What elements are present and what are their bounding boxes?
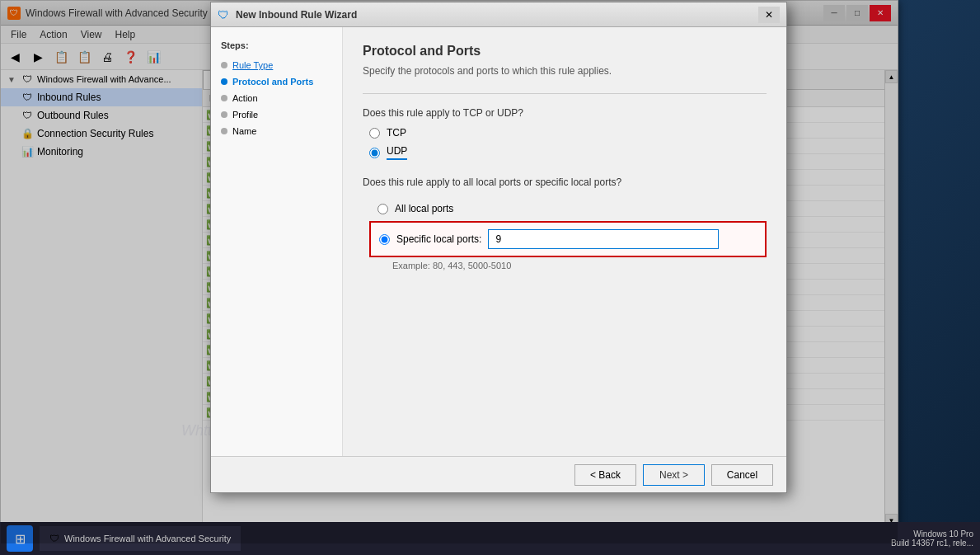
dialog-main-content: Protocol and Ports Specify the protocols… — [343, 27, 786, 456]
protocol-question: Does this rule apply to TCP or UDP? — [363, 107, 767, 119]
dialog-footer: < Back Next > Cancel — [211, 456, 786, 492]
radio-udp[interactable]: UDP — [369, 145, 767, 160]
radio-specific-ports[interactable] — [379, 234, 390, 245]
step-bullet-action — [221, 95, 227, 101]
new-inbound-rule-dialog: 🛡 New Inbound Rule Wizard ✕ Steps: Rule … — [210, 2, 787, 493]
steps-label: Steps: — [221, 40, 332, 50]
radio-tcp-label: TCP — [387, 127, 406, 139]
step-label-name: Name — [232, 126, 256, 136]
step-profile[interactable]: Profile — [221, 106, 332, 123]
taskbar-clock: Windows 10 Pro Build 14367 rc1, rele... — [884, 529, 980, 548]
radio-udp-input[interactable] — [369, 148, 380, 158]
dialog-overlay: 🛡 New Inbound Rule Wizard ✕ Steps: Rule … — [1, 1, 898, 543]
dialog-section-title: Protocol and Ports — [363, 44, 767, 59]
radio-udp-label: UDP — [387, 145, 407, 160]
step-label-rule-type[interactable]: Rule Type — [232, 60, 273, 70]
os-label: Windows 10 Pro — [913, 529, 973, 539]
dialog-section-desc: Specify the protocols and ports to which… — [363, 65, 767, 77]
all-ports-label: All local ports — [395, 203, 453, 214]
dialog-title-icon: 🛡 — [218, 8, 231, 21]
port-option-all[interactable]: All local ports — [369, 196, 767, 221]
port-example: Example: 80, 443, 5000-5010 — [392, 261, 767, 270]
step-name[interactable]: Name — [221, 123, 332, 139]
steps-panel: Steps: Rule Type Protocol and Ports Acti… — [211, 27, 343, 456]
port-options: All local ports Specific local ports: Ex… — [369, 196, 767, 270]
step-rule-type[interactable]: Rule Type — [221, 57, 332, 73]
step-label-action: Action — [232, 93, 258, 103]
next-button[interactable]: Next > — [643, 464, 705, 486]
port-section: Does this rule apply to all local ports … — [363, 176, 767, 270]
radio-tcp-input[interactable] — [369, 128, 380, 139]
build-label: Build 14367 rc1, rele... — [891, 539, 973, 548]
step-bullet-profile — [221, 111, 227, 118]
port-number-input[interactable] — [488, 229, 719, 249]
back-button[interactable]: < Back — [574, 464, 636, 486]
step-label-protocol: Protocol and Ports — [232, 77, 313, 87]
divider — [363, 93, 767, 94]
step-bullet-protocol — [221, 78, 227, 85]
port-question: Does this rule apply to all local ports … — [363, 176, 767, 188]
step-protocol-ports[interactable]: Protocol and Ports — [221, 73, 332, 90]
step-action[interactable]: Action — [221, 90, 332, 106]
step-bullet-name — [221, 128, 227, 134]
radio-all-ports[interactable] — [377, 204, 388, 214]
port-option-specific[interactable]: Specific local ports: — [369, 221, 767, 257]
dialog-title-bar: 🛡 New Inbound Rule Wizard ✕ — [211, 2, 786, 27]
dialog-close-button[interactable]: ✕ — [758, 7, 780, 23]
cancel-button[interactable]: Cancel — [711, 464, 773, 486]
step-bullet-rule-type — [221, 62, 227, 68]
main-window: 🛡 Windows Firewall with Advanced Securit… — [0, 0, 898, 544]
protocol-radio-group: TCP UDP — [369, 127, 767, 160]
specific-ports-label: Specific local ports: — [396, 233, 481, 245]
dialog-title: New Inbound Rule Wizard — [236, 9, 758, 21]
dialog-body: Steps: Rule Type Protocol and Ports Acti… — [211, 27, 786, 456]
radio-tcp[interactable]: TCP — [369, 127, 767, 139]
desktop: W winae... 🗑 Recycle Bin 📄 New T... Docu… — [0, 0, 980, 555]
step-label-profile: Profile — [232, 110, 258, 120]
